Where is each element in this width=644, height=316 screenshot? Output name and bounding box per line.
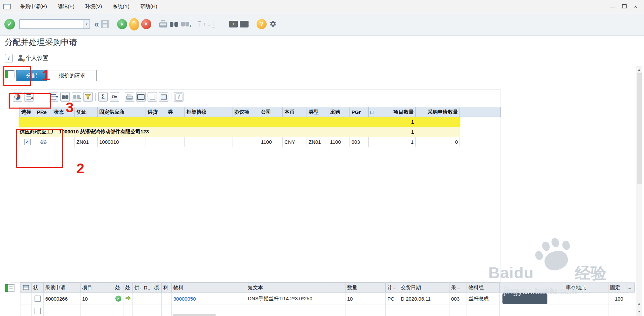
header-cell[interactable]: 科. xyxy=(162,282,172,293)
menu-item-1[interactable]: 编辑(E) xyxy=(52,0,80,13)
header-cell[interactable]: 采购申请 xyxy=(44,282,80,293)
maximize-button[interactable] xyxy=(619,2,629,11)
cell[interactable] xyxy=(152,305,162,316)
row-checkbox[interactable] xyxy=(35,296,41,302)
cell[interactable]: PC xyxy=(386,293,399,305)
layout-button[interactable] xyxy=(159,92,168,102)
cell[interactable] xyxy=(185,137,232,147)
cell[interactable]: 1100 xyxy=(328,137,350,147)
cell[interactable] xyxy=(123,305,133,316)
cell[interactable] xyxy=(449,305,467,316)
scroll-up-icon[interactable]: ▲ xyxy=(636,301,642,306)
header-cell[interactable]: 凭证 xyxy=(75,107,98,117)
cell[interactable] xyxy=(123,293,133,305)
header-cell[interactable]: 项目 xyxy=(80,282,113,293)
cell[interactable]: ZN01 xyxy=(75,137,98,147)
first-page-button[interactable]: ↑ xyxy=(197,17,202,31)
header-cell[interactable]: 项目数量 xyxy=(382,107,416,117)
header-cell[interactable]: 项. xyxy=(152,282,162,293)
cell[interactable] xyxy=(166,137,185,147)
cell[interactable]: 0 xyxy=(416,137,460,147)
cell[interactable] xyxy=(162,305,172,316)
cell[interactable]: ZN01 xyxy=(307,137,328,147)
enter-button[interactable]: ✓ xyxy=(3,17,16,31)
header-cell[interactable]: 数量 xyxy=(345,282,386,293)
header-cell[interactable]: 类型 xyxy=(307,107,328,117)
close-button[interactable]: × xyxy=(631,2,641,11)
menu-item-3[interactable]: 系统(Y) xyxy=(107,0,135,13)
system-menu-icon[interactable] xyxy=(3,4,11,9)
cell[interactable] xyxy=(142,305,152,316)
vertical-scrollbar[interactable]: ▲ ▲ ▼ xyxy=(636,66,642,316)
cell[interactable] xyxy=(32,305,44,316)
export-button[interactable] xyxy=(148,92,157,102)
help-button[interactable]: ? xyxy=(256,17,268,31)
print-button[interactable] xyxy=(158,17,168,31)
header-cell[interactable]: 采购 xyxy=(328,107,350,117)
view-toggle-icon[interactable] xyxy=(5,284,14,292)
header-cell[interactable]: 供. xyxy=(133,282,142,293)
shortcut-button[interactable]: → xyxy=(239,17,250,31)
command-dropdown-button[interactable]: ▾ xyxy=(84,20,90,28)
page-down-button[interactable]: ↓ xyxy=(207,17,211,31)
cell[interactable]: 丝杆总成 xyxy=(467,293,500,305)
sum-button[interactable]: Σ xyxy=(98,92,108,102)
header-cell[interactable]: □ xyxy=(369,107,382,117)
page-up-button[interactable]: ↑ xyxy=(202,17,207,31)
cell[interactable]: 1000010 xyxy=(98,137,146,147)
last-page-button[interactable]: ↓ xyxy=(211,17,216,31)
filter-button[interactable] xyxy=(83,92,93,102)
header-cell[interactable]: PGr xyxy=(350,107,369,117)
back-button[interactable]: « xyxy=(116,17,128,31)
header-cell[interactable]: 物料组 xyxy=(467,282,500,293)
cell[interactable] xyxy=(386,305,399,316)
header-cell[interactable]: 物料 xyxy=(172,282,246,293)
header-cell[interactable]: 类 xyxy=(166,107,185,117)
create-shortcut-button[interactable]: ★ xyxy=(228,17,239,31)
header-cell[interactable]: 本币 xyxy=(283,107,307,117)
cell[interactable] xyxy=(232,137,259,147)
header-cell[interactable]: R.. xyxy=(142,282,152,293)
item-number[interactable]: 10 xyxy=(82,296,88,302)
header-cell[interactable]: 计... xyxy=(386,282,399,293)
horizontal-scrollbar-thumb[interactable] xyxy=(173,314,216,316)
cell[interactable] xyxy=(500,305,564,316)
cell[interactable]: ✓ xyxy=(113,293,123,305)
cell[interactable]: 60000266 xyxy=(44,293,80,305)
cell[interactable] xyxy=(246,305,345,316)
personal-settings-button[interactable]: 个人设置 xyxy=(16,51,49,65)
cell[interactable]: 1 xyxy=(382,137,416,147)
cell[interactable]: DNS手摇丝杆Tr14.2*3.0*250 xyxy=(246,293,345,305)
cell[interactable] xyxy=(152,293,162,305)
minimize-button[interactable]: — xyxy=(608,2,618,11)
cell[interactable] xyxy=(44,305,80,316)
cell[interactable]: 10 xyxy=(80,293,113,305)
header-cell[interactable]: 处. xyxy=(113,282,123,293)
cell[interactable]: 1100 xyxy=(259,137,283,147)
header-cell[interactable]: 采... xyxy=(449,282,467,293)
cell[interactable]: D 2020.06.11 xyxy=(399,293,449,305)
header-cell[interactable] xyxy=(20,282,32,293)
cell[interactable] xyxy=(162,293,172,305)
back-double-button[interactable]: « xyxy=(93,17,100,31)
row-checkbox[interactable] xyxy=(35,308,41,314)
menu-item-4[interactable]: 帮助(H) xyxy=(135,0,163,13)
cancel-button[interactable]: × xyxy=(140,17,152,31)
header-cell[interactable]: 公司 xyxy=(259,107,283,117)
customize-button[interactable] xyxy=(268,17,278,31)
header-cell[interactable]: 采购申请数量 xyxy=(416,107,460,117)
scroll-down-icon[interactable]: ▼ xyxy=(636,309,642,314)
header-cell[interactable]: 供货 xyxy=(146,107,166,117)
cell[interactable]: 100 xyxy=(608,293,625,305)
cell[interactable] xyxy=(146,137,166,147)
info-button[interactable]: i xyxy=(4,51,14,65)
scroll-up-icon[interactable]: ▲ xyxy=(636,67,642,72)
header-cell[interactable]: 固定供应商 xyxy=(98,107,146,117)
header-cell[interactable]: 框架协议 xyxy=(185,107,232,117)
cell[interactable]: 003 xyxy=(449,293,467,305)
header-cell[interactable]: 处. xyxy=(123,282,133,293)
cell[interactable]: 10 xyxy=(345,293,386,305)
save-button[interactable] xyxy=(100,17,110,31)
cell[interactable] xyxy=(467,305,500,316)
cell[interactable] xyxy=(345,305,386,316)
